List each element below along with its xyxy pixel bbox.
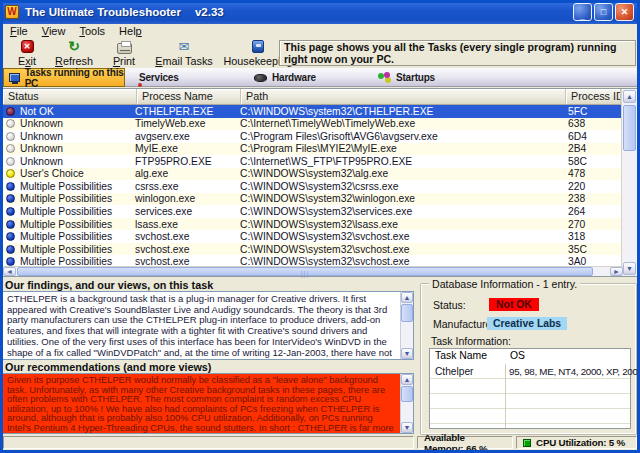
status-text: Unknown bbox=[20, 131, 63, 142]
minimize-button[interactable]: _ bbox=[573, 3, 592, 21]
column-header-process-id[interactable]: Process ID bbox=[566, 89, 621, 105]
column-header-status[interactable]: Status bbox=[3, 89, 137, 105]
tab[interactable]: Tasks running on this PC bbox=[3, 68, 125, 87]
menu-item[interactable]: File bbox=[3, 24, 35, 38]
table-row[interactable]: Unknown avgserv.exe C:\Program Files\Gri… bbox=[3, 130, 637, 143]
status-dot-icon bbox=[6, 132, 15, 141]
process-id: 478 bbox=[563, 168, 618, 179]
scroll-up-icon[interactable]: ▲ bbox=[401, 374, 413, 385]
toolbar-button[interactable]: ✉ Email Tasks bbox=[149, 39, 219, 67]
process-name: avgserv.exe bbox=[134, 131, 238, 142]
status-dot-icon bbox=[6, 107, 15, 116]
findings-section-label: Our findings, and our views, on this tas… bbox=[5, 279, 213, 291]
toolbar-button[interactable]: Print bbox=[101, 39, 147, 67]
scroll-down-icon[interactable]: ▼ bbox=[401, 348, 413, 359]
tab[interactable]: Hardware bbox=[249, 68, 364, 87]
process-path: C:\WINDOWS\system32\services.exe bbox=[238, 206, 563, 217]
menu-item[interactable]: Tools bbox=[72, 24, 112, 38]
tab-label: Startups bbox=[396, 72, 435, 83]
process-path: C:\WINDOWS\system32\alg.exe bbox=[238, 168, 563, 179]
table-vertical-scrollbar[interactable]: ▲ ▼ bbox=[621, 89, 637, 276]
table-row[interactable]: Not OK CTHELPER.EXE C:\WINDOWS\system32\… bbox=[3, 105, 637, 118]
process-name: csrss.exe bbox=[134, 181, 238, 192]
process-id: 5FC bbox=[563, 106, 618, 117]
status-text: User's Choice bbox=[20, 168, 84, 179]
scroll-up-icon[interactable]: ▲ bbox=[401, 292, 413, 303]
table-row[interactable]: Multiple Possibilities svchost.exe C:\WI… bbox=[3, 230, 637, 243]
findings-textbox: CTHELPER is a background task that is a … bbox=[2, 291, 414, 360]
table-row[interactable]: Multiple Possibilities winlogon.exe C:\W… bbox=[3, 193, 637, 206]
process-name: MyIE.exe bbox=[134, 143, 238, 154]
table-row[interactable]: Unknown MyIE.exe C:\Program Files\MYIE2\… bbox=[3, 143, 637, 156]
process-path: C:\Internet\TimelyWeb\TimelyWeb.exe bbox=[238, 118, 563, 129]
startup-dots-icon bbox=[378, 73, 384, 79]
status-dot-icon bbox=[6, 245, 15, 254]
process-name: lsass.exe bbox=[134, 219, 238, 230]
scrollbar-thumb[interactable] bbox=[401, 386, 413, 402]
process-id: 35C bbox=[563, 244, 618, 255]
refresh-icon: ↻ bbox=[68, 40, 80, 53]
tab[interactable]: Services bbox=[129, 68, 239, 87]
menu-item[interactable]: View bbox=[35, 24, 73, 38]
process-rows: Not OK CTHELPER.EXE C:\WINDOWS\system32\… bbox=[3, 105, 637, 268]
scrollbar-thumb[interactable] bbox=[401, 304, 413, 322]
computer-icon bbox=[9, 73, 20, 82]
process-id: 638 bbox=[563, 118, 618, 129]
close-button[interactable]: ✕ bbox=[615, 3, 634, 21]
scroll-up-icon[interactable]: ▲ bbox=[623, 90, 636, 103]
toolbar-button[interactable]: ↻ Refresh bbox=[49, 39, 99, 67]
menu-item[interactable]: Help bbox=[112, 24, 149, 38]
table-horizontal-scrollbar[interactable]: ◄ ||| ► bbox=[3, 266, 623, 276]
maximize-button[interactable]: □ bbox=[594, 3, 613, 21]
findings-scrollbar[interactable]: ▲ ▼ bbox=[400, 292, 413, 359]
printer-icon bbox=[117, 43, 132, 54]
process-name: svchost.exe bbox=[134, 244, 238, 255]
tab-label: Tasks running on this PC bbox=[25, 67, 124, 89]
app-icon: W bbox=[5, 5, 19, 19]
status-text: Multiple Possibilities bbox=[20, 181, 112, 192]
table-row[interactable]: Unknown TimelyWeb.exe C:\Internet\Timely… bbox=[3, 118, 637, 131]
process-name: services.exe bbox=[134, 206, 238, 217]
column-header-process-name[interactable]: Process Name bbox=[137, 89, 241, 105]
minimize-icon: _ bbox=[580, 11, 585, 21]
recommendations-section-label: Our recommendations (and more views) bbox=[5, 361, 211, 373]
envelope-icon: ✉ bbox=[179, 40, 190, 53]
table-row[interactable]: Multiple Possibilities services.exe C:\W… bbox=[3, 205, 637, 218]
database-information-panel: Database Information - 1 entry. Status: … bbox=[420, 283, 637, 435]
task-os: 95, 98, ME, NT4, 2000, XP, 2003 bbox=[505, 366, 630, 377]
task-row[interactable]: Cthelper 95, 98, ME, NT4, 2000, XP, 2003 bbox=[430, 364, 630, 379]
recommendations-textbox: Given its purpose CTHELPER would normall… bbox=[2, 373, 414, 434]
tab[interactable]: Startups bbox=[373, 68, 485, 87]
scrollbar-thumb[interactable] bbox=[623, 105, 636, 151]
column-header-task-name[interactable]: Task Name bbox=[430, 349, 505, 364]
process-name: winlogon.exe bbox=[134, 193, 238, 204]
application-window: W The Ultimate Troubleshooter v2.33 _ □ … bbox=[0, 0, 640, 453]
process-id: 2B4 bbox=[563, 143, 618, 154]
table-row[interactable]: Unknown FTP95PRO.EXE C:\Internet\WS_FTP\… bbox=[3, 155, 637, 168]
process-id: 264 bbox=[563, 206, 618, 217]
status-bar: Available Memory: 66 % CPU Utilization: … bbox=[3, 436, 637, 450]
task-information-label: Task Information: bbox=[431, 335, 511, 347]
available-memory-panel: Available Memory: 66 % bbox=[417, 436, 513, 449]
scroll-left-icon[interactable]: ◄ bbox=[3, 267, 16, 276]
recommendations-scrollbar[interactable]: ▲ ▼ bbox=[400, 374, 413, 433]
menu-bar: File View Tools Help bbox=[3, 24, 637, 38]
status-dot-icon bbox=[6, 207, 15, 216]
column-header-path[interactable]: Path bbox=[241, 89, 566, 105]
table-row[interactable]: Multiple Possibilities svchost.exe C:\WI… bbox=[3, 243, 637, 256]
process-path: C:\WINDOWS\system32\csrss.exe bbox=[238, 181, 563, 192]
column-divider bbox=[505, 364, 506, 428]
scroll-right-icon[interactable]: ► bbox=[610, 267, 623, 276]
toolbar-button[interactable]: ✕ Exit bbox=[7, 39, 47, 67]
scroll-down-icon[interactable]: ▼ bbox=[401, 422, 413, 433]
table-row[interactable]: User's Choice alg.exe C:\WINDOWS\system3… bbox=[3, 168, 637, 181]
maximize-icon: □ bbox=[601, 7, 606, 17]
tab-bar: Tasks running on this PC Services Hardwa… bbox=[3, 68, 637, 87]
scroll-down-icon[interactable]: ▼ bbox=[623, 262, 636, 275]
status-dot-icon bbox=[6, 194, 15, 203]
table-row[interactable]: Multiple Possibilities csrss.exe C:\WIND… bbox=[3, 180, 637, 193]
scrollbar-thumb[interactable]: ||| bbox=[17, 267, 593, 276]
status-text: Multiple Possibilities bbox=[20, 219, 112, 230]
column-header-os[interactable]: OS bbox=[505, 349, 630, 364]
table-row[interactable]: Multiple Possibilities lsass.exe C:\WIND… bbox=[3, 218, 637, 231]
